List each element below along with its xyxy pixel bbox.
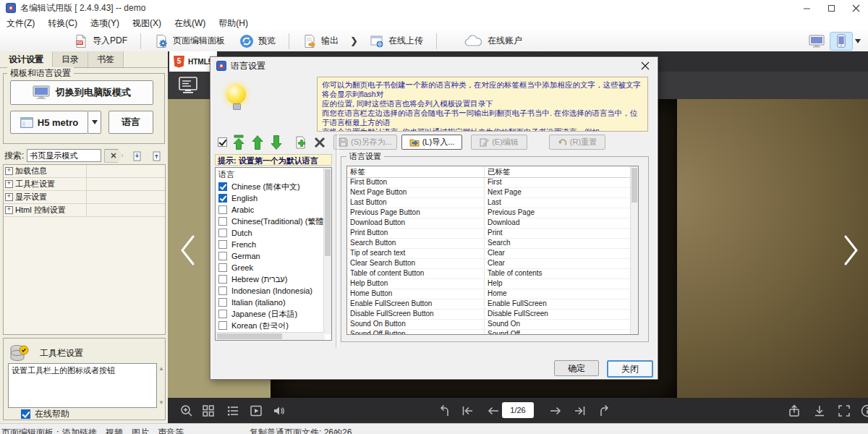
online-upload-button[interactable]: 在线上传 xyxy=(362,30,430,51)
undo-icon[interactable] xyxy=(437,404,451,418)
ok-button[interactable]: 确定 xyxy=(554,360,599,376)
table-row[interactable]: First ButtonFirst xyxy=(347,178,638,188)
zoom-icon[interactable] xyxy=(179,404,194,418)
page-edit-panel-button[interactable]: 页面编辑面板 xyxy=(147,30,232,51)
table-row[interactable]: Sound Off ButtonSound Off xyxy=(347,330,638,335)
preview-button[interactable]: 预览 xyxy=(232,30,283,51)
online-help-option[interactable]: 在线帮助 xyxy=(21,408,69,420)
close-button[interactable] xyxy=(843,0,868,16)
labels-table-vertical-scrollbar[interactable] xyxy=(630,166,638,334)
tree-expand-icon[interactable]: + xyxy=(5,206,13,214)
language-checkbox[interactable] xyxy=(218,275,227,284)
menu-item[interactable]: 视图(X) xyxy=(126,16,168,31)
move-down-button[interactable] xyxy=(268,135,284,150)
tree-item[interactable]: +工具栏设置 xyxy=(4,178,165,191)
language-row[interactable]: Korean (한국어) xyxy=(216,320,331,331)
edit-button[interactable]: (E)编辑 xyxy=(471,135,527,150)
template-dropdown-button[interactable] xyxy=(88,111,101,134)
output-button[interactable]: 输出 xyxy=(295,30,346,51)
thumbnails-icon[interactable] xyxy=(201,404,216,418)
import-button[interactable]: (L)导入... xyxy=(401,135,462,150)
table-row[interactable]: Print ButtonPrint xyxy=(347,229,638,239)
language-checkbox[interactable] xyxy=(218,217,227,226)
previous-page-chevron[interactable] xyxy=(176,234,198,267)
language-checkbox[interactable] xyxy=(218,252,227,260)
language-list-vertical-scrollbar[interactable] xyxy=(323,168,331,334)
dialog-title-bar[interactable]: 语言设置 xyxy=(210,57,658,75)
language-checkbox[interactable] xyxy=(218,240,227,249)
language-row[interactable]: Italian (italiano) xyxy=(216,297,331,308)
close-dialog-button[interactable]: 关闭 xyxy=(607,360,653,378)
share-icon[interactable] xyxy=(787,404,801,418)
info-icon[interactable] xyxy=(860,404,868,418)
menu-item[interactable]: 选项(Y) xyxy=(84,16,126,31)
move-up-button[interactable] xyxy=(250,135,265,150)
search-clear-button[interactable] xyxy=(104,149,123,163)
table-row[interactable]: Next Page ButtonNext Page xyxy=(347,188,638,198)
switch-desktop-mode-button[interactable]: 切换到电脑版模式 xyxy=(10,80,153,105)
download-icon[interactable] xyxy=(812,404,827,418)
collapse-all-icon[interactable] xyxy=(151,150,162,161)
search-input[interactable] xyxy=(27,149,101,162)
language-row[interactable]: Chinese(Traditional) (繁體中文) xyxy=(216,216,331,227)
redo-icon[interactable] xyxy=(597,404,612,418)
save-as-button[interactable]: (S)另存为... xyxy=(333,135,397,150)
next-page-icon[interactable] xyxy=(548,404,563,418)
maximize-button[interactable] xyxy=(819,0,843,16)
expand-all-icon[interactable] xyxy=(132,150,142,161)
sound-icon[interactable] xyxy=(271,404,286,418)
language-checkbox[interactable] xyxy=(218,263,227,272)
tree-expand-icon[interactable]: + xyxy=(5,193,13,201)
table-row[interactable]: Clear Search ButtonClear xyxy=(347,259,638,269)
tab-toc[interactable]: 目录 xyxy=(53,51,88,67)
device-mode-dropdown-icon[interactable] xyxy=(855,39,861,43)
language-checkbox[interactable] xyxy=(218,229,227,237)
language-checkbox[interactable] xyxy=(218,321,227,330)
video-icon[interactable] xyxy=(249,404,263,418)
table-row[interactable]: Sound On ButtonSound On xyxy=(347,320,638,330)
language-row[interactable]: Dutch xyxy=(216,227,331,239)
online-help-checkbox[interactable] xyxy=(21,409,30,419)
menu-item[interactable]: 帮助(H) xyxy=(212,16,255,31)
language-row[interactable]: Greek xyxy=(216,262,331,273)
toc-list-icon[interactable] xyxy=(226,404,240,418)
language-row[interactable]: Japanese (日本語) xyxy=(216,308,331,320)
table-row[interactable]: Previous Page ButtonPrevious Page xyxy=(347,208,638,218)
move-top-button[interactable] xyxy=(231,135,247,150)
language-checkbox[interactable] xyxy=(218,194,227,203)
tree-expand-icon[interactable]: + xyxy=(5,180,13,188)
last-page-icon[interactable] xyxy=(573,404,587,418)
table-row[interactable]: Disable FullScreen ButtonDisable FullScr… xyxy=(347,310,638,320)
language-row[interactable]: English xyxy=(216,192,331,204)
output-expand-chevron[interactable]: ❯ xyxy=(346,35,362,46)
table-row[interactable]: Table of content ButtonTable of contents xyxy=(347,269,638,279)
desktop-mode-button[interactable] xyxy=(806,33,827,50)
mobile-mode-button[interactable] xyxy=(830,33,852,50)
language-checkbox[interactable] xyxy=(218,286,227,295)
menu-item[interactable]: 转换(C) xyxy=(41,16,84,31)
table-row[interactable]: Enable FullScreen ButtonEnable FullScree… xyxy=(347,299,638,310)
tree-item[interactable]: +加载信息 xyxy=(4,165,165,178)
menu-item[interactable]: 文件(Z) xyxy=(0,16,41,31)
language-list-horizontal-scrollbar[interactable] xyxy=(216,332,325,340)
tree-item[interactable]: +显示设置 xyxy=(4,191,165,204)
table-row[interactable]: Last ButtonLast xyxy=(347,198,638,208)
language-checkbox[interactable] xyxy=(218,205,227,214)
add-language-button[interactable] xyxy=(293,135,309,150)
scroll-down-icon[interactable]: ▼ xyxy=(158,399,166,406)
language-checkbox[interactable] xyxy=(218,298,227,307)
fullscreen-icon[interactable] xyxy=(837,404,851,418)
online-account-button[interactable]: 在线账户 xyxy=(457,30,529,51)
language-settings-button[interactable]: 语言 xyxy=(109,111,153,134)
delete-language-button[interactable] xyxy=(312,135,328,150)
tab-bookmarks[interactable]: 书签 xyxy=(88,51,124,67)
tree-item[interactable]: +Html 控制设置 xyxy=(4,204,165,217)
table-row[interactable]: Home ButtonHome xyxy=(347,289,638,299)
language-checkbox[interactable] xyxy=(218,182,227,191)
language-row[interactable]: German xyxy=(216,250,331,262)
language-row[interactable]: Arabic xyxy=(216,204,331,216)
minimize-button[interactable] xyxy=(794,0,819,16)
page-indicator[interactable]: 1/26 xyxy=(502,402,534,418)
table-row[interactable]: Tip of search textClear xyxy=(347,249,638,259)
menu-item[interactable]: 在线(W) xyxy=(168,16,212,31)
